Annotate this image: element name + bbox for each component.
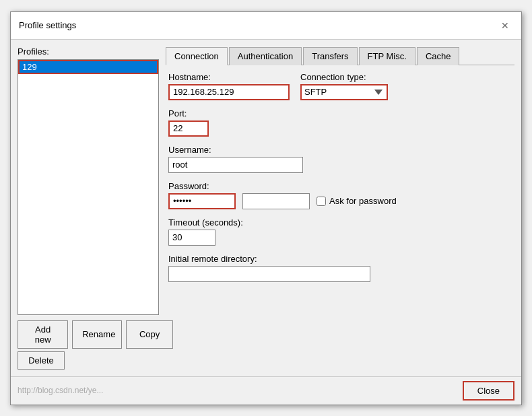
password-input[interactable] <box>168 193 236 209</box>
username-label: Username: <box>168 145 303 155</box>
remote-dir-input[interactable] <box>168 266 370 282</box>
connection-type-select[interactable]: SFTP FTP FTPS SCP <box>300 84 388 100</box>
connection-type-label: Connection type: <box>300 72 388 82</box>
close-dialog-button[interactable]: Close <box>463 381 514 401</box>
left-panel: Profiles: 129 Add new Rename Copy Delete <box>18 46 159 370</box>
add-new-button[interactable]: Add new <box>18 320 68 349</box>
form-row-hostname: Hostname: Connection type: SFTP FTP FTPS… <box>168 72 512 100</box>
delete-button[interactable]: Delete <box>18 351 65 370</box>
ask-for-password-text: Ask for password <box>329 196 397 206</box>
footer-link: http://blog.csdn.net/ye... <box>18 386 457 395</box>
connection-tab-content: Hostname: Connection type: SFTP FTP FTPS… <box>166 72 514 370</box>
password-label: Password: <box>168 181 397 191</box>
port-input[interactable] <box>168 120 209 137</box>
form-row-remote-dir: Initial remote directory: <box>168 254 512 282</box>
hostname-group: Hostname: <box>168 72 290 100</box>
ask-for-password-label[interactable]: Ask for password <box>317 196 397 206</box>
form-row-password: Password: Ask for password <box>168 181 512 209</box>
hostname-input[interactable] <box>168 84 290 100</box>
timeout-input[interactable] <box>168 230 215 246</box>
form-row-username: Username: <box>168 145 512 173</box>
left-buttons-row-2: Delete <box>18 351 65 370</box>
timeout-group: Timeout (seconds): <box>168 217 243 246</box>
connection-type-group: Connection type: SFTP FTP FTPS SCP <box>300 72 388 100</box>
profiles-list[interactable]: 129 <box>18 59 159 315</box>
hostname-label: Hostname: <box>168 72 290 82</box>
port-group: Port: <box>168 108 209 137</box>
password-extra-input[interactable] <box>242 193 310 209</box>
profile-item[interactable]: 129 <box>18 60 158 74</box>
password-row: Ask for password <box>168 193 397 209</box>
tab-ftp-misc[interactable]: FTP Misc. <box>359 47 415 65</box>
dialog-title: Profile settings <box>19 20 76 30</box>
profile-settings-dialog: Profile settings ✕ Profiles: 129 Add new… <box>10 11 522 405</box>
password-group: Password: Ask for password <box>168 181 397 209</box>
title-bar: Profile settings ✕ <box>11 12 521 40</box>
rename-button[interactable]: Rename <box>72 320 122 349</box>
dialog-footer: http://blog.csdn.net/ye... Close <box>11 376 521 405</box>
tab-authentication[interactable]: Authentication <box>229 47 302 65</box>
username-group: Username: <box>168 145 303 173</box>
dialog-body: Profiles: 129 Add new Rename Copy Delete… <box>11 40 521 376</box>
tab-connection[interactable]: Connection <box>166 47 228 65</box>
form-row-timeout: Timeout (seconds): <box>168 217 512 246</box>
tab-cache[interactable]: Cache <box>417 47 460 65</box>
tab-bar: Connection Authentication Transfers FTP … <box>166 46 514 65</box>
left-buttons-row-1: Add new Rename Copy <box>18 320 173 349</box>
remote-dir-group: Initial remote directory: <box>168 254 370 282</box>
left-buttons: Add new Rename Copy Delete <box>18 320 159 370</box>
ask-for-password-checkbox[interactable] <box>317 197 326 206</box>
form-row-port: Port: <box>168 108 512 137</box>
port-label: Port: <box>168 108 209 118</box>
window-close-button[interactable]: ✕ <box>497 18 513 34</box>
tab-transfers[interactable]: Transfers <box>303 47 357 65</box>
timeout-label: Timeout (seconds): <box>168 217 243 228</box>
remote-dir-label: Initial remote directory: <box>168 254 370 264</box>
username-input[interactable] <box>168 157 303 173</box>
right-panel: Connection Authentication Transfers FTP … <box>166 46 514 370</box>
profiles-label: Profiles: <box>18 46 159 57</box>
